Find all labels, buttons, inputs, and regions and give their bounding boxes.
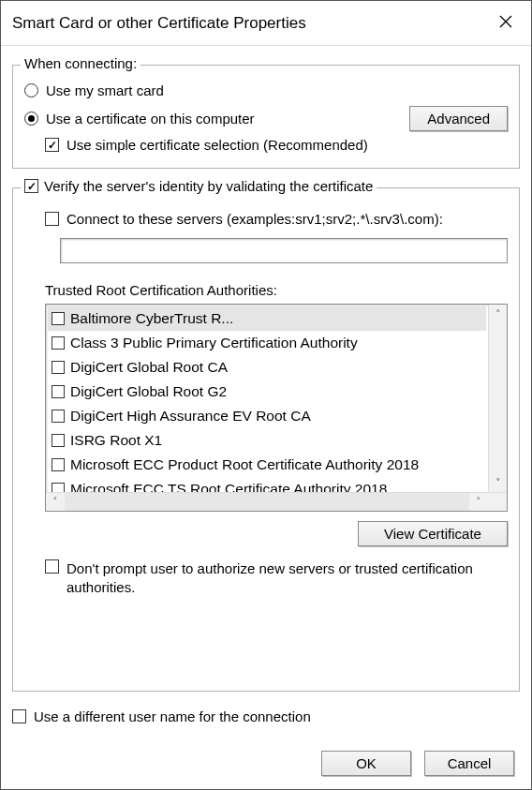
cancel-button[interactable]: Cancel [424, 751, 514, 776]
list-item[interactable]: Microsoft ECC Product Root Certificate A… [48, 453, 486, 477]
checkbox-verify-identity[interactable] [24, 179, 38, 193]
group-when-connecting-legend: When connecting: [21, 55, 140, 71]
list-item-checkbox[interactable] [52, 385, 65, 398]
list-item[interactable]: DigiCert High Assurance EV Root CA [48, 404, 486, 428]
list-item[interactable]: Baltimore CyberTrust R... [48, 306, 486, 331]
list-item[interactable]: ISRG Root X1 [48, 428, 486, 453]
list-item-checkbox[interactable] [52, 483, 65, 492]
ok-button[interactable]: OK [321, 751, 411, 776]
list-item-label: DigiCert Global Root CA [70, 356, 228, 379]
group-verify: Verify the server's identity by validati… [12, 187, 520, 692]
window-title: Smart Card or other Certificate Properti… [12, 14, 306, 33]
scroll-h-track[interactable] [65, 493, 469, 511]
radio-use-certificate-label: Use a certificate on this computer [46, 111, 255, 127]
view-certificate-button[interactable]: View Certificate [358, 521, 508, 546]
list-item-label: Microsoft ECC TS Root Certificate Author… [70, 478, 387, 492]
checkbox-simple-selection[interactable] [45, 138, 59, 152]
radio-use-smart-card-label: Use my smart card [46, 82, 164, 98]
checkbox-dont-prompt-label: Don't prompt user to authorize new serve… [66, 559, 508, 596]
scroll-right-arrow-icon[interactable]: ˃ [469, 496, 488, 508]
dialog-body: When connecting: Use my smart card Use a… [1, 46, 531, 789]
checkbox-dont-prompt[interactable] [45, 559, 59, 574]
list-item[interactable]: DigiCert Global Root CA [48, 355, 486, 380]
list-item-checkbox[interactable] [52, 434, 65, 447]
list-item-checkbox[interactable] [52, 458, 65, 471]
advanced-button[interactable]: Advanced [409, 106, 508, 131]
dialog-window: Smart Card or other Certificate Properti… [0, 0, 532, 790]
trusted-root-heading: Trusted Root Certification Authorities: [24, 282, 508, 298]
checkbox-connect-servers[interactable] [45, 212, 59, 226]
checkbox-different-user[interactable] [12, 709, 26, 723]
list-item[interactable]: DigiCert Global Root G2 [48, 380, 486, 404]
radio-use-smart-card[interactable] [24, 83, 38, 97]
scroll-down-arrow-icon[interactable]: ˅ [495, 473, 501, 492]
radio-use-certificate[interactable] [24, 112, 38, 126]
list-item-checkbox[interactable] [52, 336, 65, 350]
list-item-checkbox[interactable] [52, 410, 65, 423]
servers-input[interactable] [60, 238, 508, 263]
checkbox-simple-selection-label: Use simple certificate selection (Recomm… [66, 137, 368, 153]
trusted-root-listbox[interactable]: Baltimore CyberTrust R... Class 3 Public… [45, 304, 508, 512]
checkbox-connect-servers-label: Connect to these servers (examples:srv1;… [66, 211, 443, 227]
list-item-checkbox[interactable] [52, 361, 65, 374]
list-item-label: Baltimore CyberTrust R... [70, 307, 233, 330]
scroll-left-arrow-icon[interactable]: ˂ [46, 496, 65, 508]
list-item[interactable]: Class 3 Public Primary Certification Aut… [48, 331, 486, 355]
list-item-checkbox[interactable] [52, 312, 65, 325]
list-item-label: DigiCert Global Root G2 [70, 380, 227, 403]
horizontal-scrollbar[interactable]: ˂ ˃ [46, 492, 507, 511]
trusted-root-items: Baltimore CyberTrust R... Class 3 Public… [46, 305, 488, 492]
close-icon [499, 15, 512, 28]
close-button[interactable] [492, 13, 520, 33]
list-item-label: Microsoft ECC Product Root Certificate A… [70, 454, 419, 476]
list-item-label: Class 3 Public Primary Certification Aut… [70, 332, 358, 354]
scroll-up-arrow-icon[interactable]: ˄ [495, 305, 501, 323]
list-item[interactable]: Microsoft ECC TS Root Certificate Author… [48, 477, 486, 492]
vertical-scrollbar[interactable]: ˄ ˅ [488, 305, 507, 492]
group-verify-legend-text: Verify the server's identity by validati… [44, 178, 373, 194]
group-verify-legend: Verify the server's identity by validati… [21, 178, 377, 194]
list-item-label: ISRG Root X1 [70, 429, 162, 452]
list-item-label: DigiCert High Assurance EV Root CA [70, 405, 311, 427]
group-when-connecting-legend-text: When connecting: [24, 55, 137, 71]
titlebar: Smart Card or other Certificate Properti… [1, 1, 531, 46]
checkbox-different-user-label: Use a different user name for the connec… [34, 708, 311, 724]
group-when-connecting: When connecting: Use my smart card Use a… [12, 65, 520, 169]
